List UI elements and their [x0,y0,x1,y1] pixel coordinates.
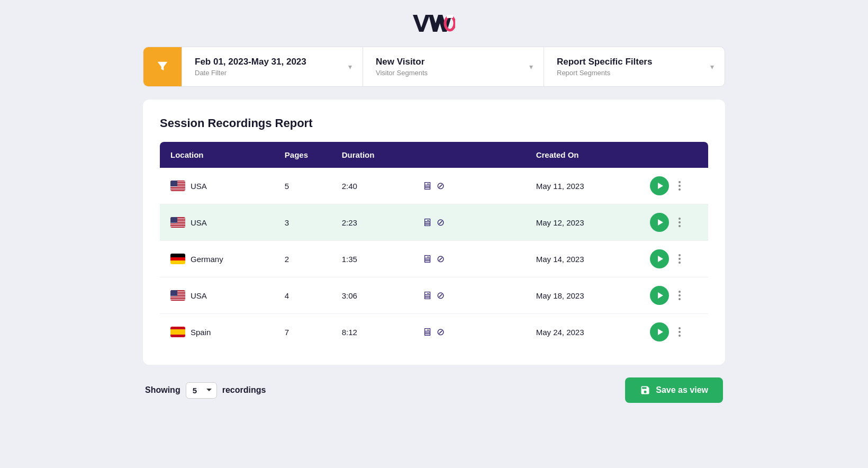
cell-created-on: May 14, 2023 [526,241,640,277]
block-icon: ⊘ [437,326,445,338]
more-options-button[interactable] [675,289,684,302]
flag-spain [170,327,185,337]
table-row: Germany 2 1:35 🖥 ⊘ May 14, 2023 [160,241,708,277]
svg-rect-3 [447,15,453,18]
report-segment-chevron: ▾ [710,62,714,71]
visitor-segment-value: New Visitor [376,57,531,67]
table-row: USA 3 2:23 🖥 ⊘ May 12, 2023 [160,204,708,241]
country-name: Germany [191,255,223,264]
cell-devices: 🖥 ⊘ [411,277,526,314]
block-icon: ⊘ [437,180,445,192]
top-bar [0,0,868,47]
more-options-button[interactable] [675,252,684,266]
header-devices [411,142,526,168]
footer-bar: Showing 5 10 25 50 recordings Save as vi… [143,377,725,403]
dot-3 [679,225,681,227]
more-options-button[interactable] [675,325,684,339]
save-as-view-button[interactable]: Save as view [625,377,723,403]
cell-duration: 8:12 [331,314,411,350]
dot-3 [679,188,681,191]
flag-usa [170,290,185,301]
dot-2 [679,221,681,223]
cell-created-on: May 18, 2023 [526,277,640,314]
flag-germany [170,254,185,264]
visitor-segment-sub: Visitor Segments [376,69,531,77]
block-icon: ⊘ [437,217,445,228]
main-card: Session Recordings Report Location Pages… [143,100,725,365]
cell-location: Germany [160,241,274,277]
table-header-row: Location Pages Duration Created On [160,142,708,168]
cell-devices: 🖥 ⊘ [411,241,526,277]
cell-duration: 2:23 [331,204,411,241]
cell-devices: 🖥 ⊘ [411,204,526,241]
cell-pages: 4 [274,277,331,314]
desktop-icon: 🖥 [422,180,432,192]
table-row: USA 4 3:06 🖥 ⊘ May 18, 2023 [160,277,708,314]
play-button[interactable] [650,322,669,341]
cell-actions [639,241,708,277]
cell-actions [639,277,708,314]
date-filter-segment[interactable]: Feb 01, 2023-May 31, 2023 Date Filter ▾ [182,47,363,86]
play-icon [656,255,664,263]
cell-location: USA [160,277,274,314]
svg-marker-8 [658,329,663,335]
country-name: Spain [191,328,211,337]
play-icon [656,328,664,336]
report-segment[interactable]: Report Specific Filters Report Segments … [544,47,725,86]
block-icon: ⊘ [437,290,445,301]
filter-icon-block[interactable] [143,47,182,86]
cell-actions [639,168,708,204]
play-icon [656,291,664,300]
play-icon [656,218,664,227]
count-select[interactable]: 5 10 25 50 [186,382,217,399]
block-icon: ⊘ [437,253,445,265]
save-icon [640,385,650,395]
cell-created-on: May 12, 2023 [526,204,640,241]
svg-marker-7 [658,292,663,299]
country-name: USA [191,291,207,300]
report-title: Session Recordings Report [160,116,708,130]
table-row: Spain 7 8:12 🖥 ⊘ May 24, 2023 [160,314,708,350]
dot-1 [679,254,681,256]
cell-duration: 3:06 [331,277,411,314]
dot-2 [679,258,681,260]
cell-duration: 2:40 [331,168,411,204]
cell-created-on: May 24, 2023 [526,314,640,350]
play-button[interactable] [650,249,669,268]
desktop-icon: 🖥 [422,326,432,338]
dot-2 [679,185,681,187]
svg-marker-5 [658,219,663,226]
desktop-icon: 🖥 [422,253,432,265]
cell-pages: 7 [274,314,331,350]
showing-text: Showing [145,385,180,395]
more-options-button[interactable] [675,215,684,229]
flag-usa [170,181,185,191]
filter-bar: Feb 01, 2023-May 31, 2023 Date Filter ▾ … [143,47,725,87]
cell-created-on: May 11, 2023 [526,168,640,204]
play-button[interactable] [650,213,669,232]
dot-1 [679,218,681,220]
cell-pages: 3 [274,204,331,241]
more-options-button[interactable] [675,179,684,193]
visitor-segment[interactable]: New Visitor Visitor Segments ▾ [363,47,544,86]
cell-duration: 1:35 [331,241,411,277]
table-row: USA 5 2:40 🖥 ⊘ May 11, 2023 [160,168,708,204]
recordings-table: Location Pages Duration Created On USA 5… [160,142,708,350]
country-name: USA [191,182,207,191]
dot-1 [679,327,681,329]
desktop-icon: 🖥 [422,217,432,229]
country-name: USA [191,218,207,227]
play-button[interactable] [650,286,669,305]
flag-usa [170,217,185,228]
header-created-on: Created On [526,142,640,168]
dot-3 [679,335,681,337]
desktop-icon: 🖥 [422,290,432,302]
showing-label: Showing 5 10 25 50 recordings [145,382,266,399]
header-actions [639,142,708,168]
recordings-text: recordings [222,385,266,395]
cell-actions [639,204,708,241]
dot-2 [679,331,681,333]
date-filter-value: Feb 01, 2023-May 31, 2023 [195,57,350,67]
play-button[interactable] [650,176,669,195]
visitor-segment-chevron: ▾ [529,62,533,71]
